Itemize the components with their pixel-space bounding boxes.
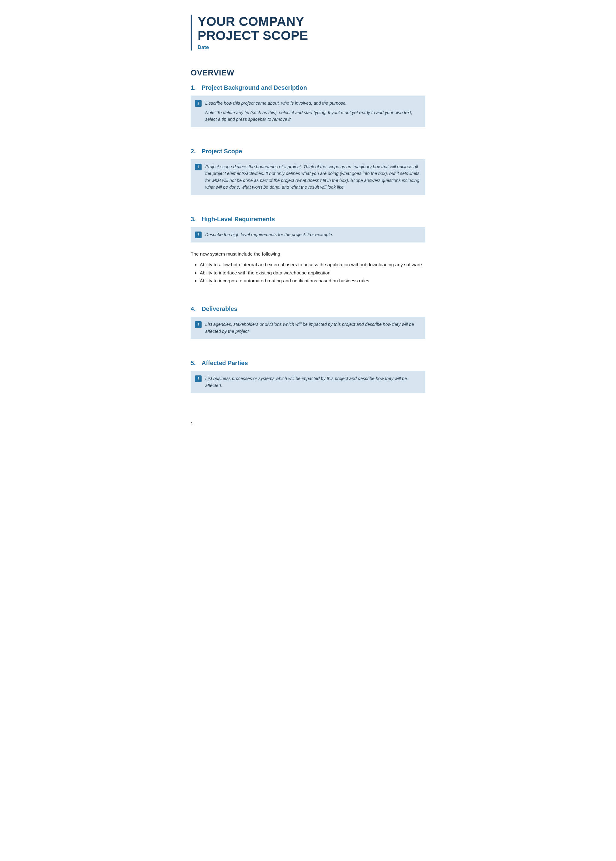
- section-3: 3.High-Level RequirementsiDescribe the h…: [191, 216, 425, 296]
- section-heading-1: 1.Project Background and Description: [191, 84, 425, 91]
- page-number: 1: [191, 421, 193, 426]
- page-footer: 1: [191, 421, 193, 426]
- section-heading-5: 5.Affected Parties: [191, 360, 425, 367]
- tip-text-4: List agencies, stakeholders or divisions…: [205, 321, 420, 335]
- tip-text-2: Project scope defines the boundaries of …: [205, 164, 420, 191]
- tip-text-3: Describe the high level requirements for…: [205, 231, 333, 238]
- sections-container: 1.Project Background and DescriptioniDes…: [191, 84, 425, 404]
- section-number-4: 4.: [191, 305, 198, 312]
- overview-section: OVERVIEW: [191, 62, 425, 77]
- overview-title: OVERVIEW: [191, 68, 425, 77]
- tip-main-3: Describe the high level requirements for…: [205, 231, 333, 238]
- bullet-list-3: Ability to allow both internal and exter…: [200, 261, 425, 285]
- tip-main-2: Project scope defines the boundaries of …: [205, 164, 420, 191]
- list-item: Ability to allow both internal and exter…: [200, 261, 425, 269]
- section-title-3: High-Level Requirements: [201, 216, 275, 223]
- section-number-1: 1.: [191, 84, 198, 91]
- section-heading-4: 4.Deliverables: [191, 305, 425, 312]
- section-heading-3: 3.High-Level Requirements: [191, 216, 425, 223]
- section-2: 2.Project ScopeiProject scope defines th…: [191, 148, 425, 206]
- tip-note-1: Note: To delete any tip (such as this), …: [205, 109, 420, 123]
- tip-main-5: List business processes or systems which…: [205, 375, 420, 389]
- tip-box-1: iDescribe how this project came about, w…: [191, 96, 425, 127]
- body-text-3: The new system must include the followin…: [191, 250, 425, 258]
- section-number-5: 5.: [191, 360, 198, 367]
- date-label: Date: [198, 44, 425, 50]
- tip-icon-5: i: [195, 375, 201, 382]
- section-title-4: Deliverables: [201, 305, 237, 312]
- tip-main-4: List agencies, stakeholders or divisions…: [205, 321, 420, 335]
- section-title-5: Affected Parties: [201, 360, 248, 367]
- section-heading-2: 2.Project Scope: [191, 148, 425, 155]
- section-number-3: 3.: [191, 216, 198, 223]
- section-1: 1.Project Background and DescriptioniDes…: [191, 84, 425, 138]
- tip-box-5: iList business processes or systems whic…: [191, 371, 425, 393]
- tip-text-5: List business processes or systems which…: [205, 375, 420, 389]
- tip-main-1: Describe how this project came about, wh…: [205, 100, 420, 107]
- page: YOUR COMPANY PROJECT SCOPE Date OVERVIEW…: [171, 0, 445, 433]
- tip-text-1: Describe how this project came about, wh…: [205, 100, 420, 123]
- section-number-2: 2.: [191, 148, 198, 155]
- section-title-2: Project Scope: [201, 148, 242, 155]
- tip-icon-2: i: [195, 164, 201, 170]
- tip-icon-3: i: [195, 231, 201, 238]
- tip-icon-4: i: [195, 321, 201, 328]
- tip-icon-1: i: [195, 100, 201, 107]
- tip-box-2: iProject scope defines the boundaries of…: [191, 159, 425, 195]
- section-4: 4.DeliverablesiList agencies, stakeholde…: [191, 305, 425, 350]
- section-5: 5.Affected PartiesiList business process…: [191, 360, 425, 404]
- tip-box-3: iDescribe the high level requirements fo…: [191, 227, 425, 242]
- tip-box-4: iList agencies, stakeholders or division…: [191, 317, 425, 339]
- section-title-1: Project Background and Description: [201, 84, 307, 91]
- main-title: YOUR COMPANY PROJECT SCOPE: [198, 14, 425, 42]
- list-item: Ability to interface with the existing d…: [200, 269, 425, 277]
- header-section: YOUR COMPANY PROJECT SCOPE Date: [191, 14, 425, 50]
- list-item: Ability to incorporate automated routing…: [200, 277, 425, 285]
